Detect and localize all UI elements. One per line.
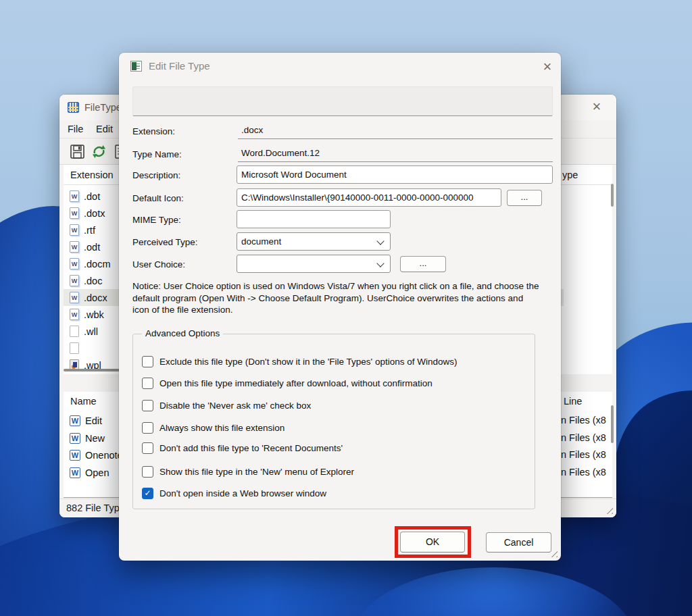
default-icon-field[interactable]: C:\Windows\Installer\{90140000-0011-0000… xyxy=(237,188,501,207)
extension-label: .wll xyxy=(84,326,98,337)
perceived-type-dropdown[interactable]: document xyxy=(237,232,391,251)
checkbox-row[interactable]: Open this file type immediately after do… xyxy=(142,376,432,390)
browse-user-choice-button[interactable]: ... xyxy=(400,256,446,272)
word-document-icon xyxy=(70,258,79,270)
advanced-options-legend: Advanced Options xyxy=(142,328,223,338)
extension-label: .docm xyxy=(84,259,111,270)
blank-page-icon xyxy=(70,326,79,337)
commandline-cell-fragment: n Files (x8 xyxy=(561,430,606,446)
user-choice-dropdown[interactable] xyxy=(237,255,391,273)
checkbox-label: Exclude this file type (Don't show it in… xyxy=(159,357,457,367)
extension-label: .odt xyxy=(84,242,100,253)
action-label: New xyxy=(85,433,105,444)
checkbox-label: Show this file type in the 'New' menu of… xyxy=(159,467,354,477)
checkbox-unchecked[interactable] xyxy=(142,442,153,454)
commandline-cell-fragment: n Files (x8 xyxy=(561,446,606,463)
word-document-icon xyxy=(70,275,79,286)
extension-label: .wbk xyxy=(84,309,104,320)
column-header-name[interactable]: Name xyxy=(70,392,97,411)
dialog-title: Edit File Type xyxy=(149,53,210,80)
desktop: FileTypesMan File Edit Extension ype .do… xyxy=(0,0,692,616)
description-field[interactable]: Microsoft Word Document xyxy=(237,165,553,184)
refresh-icon[interactable] xyxy=(90,143,108,161)
user-choice-label: User Choice: xyxy=(132,259,234,270)
checkbox-unchecked[interactable] xyxy=(142,422,153,434)
checkbox-row[interactable]: Always show this file extension xyxy=(142,421,285,434)
word-document-icon xyxy=(70,224,79,236)
word-document-icon xyxy=(70,241,79,253)
word-document-icon xyxy=(70,207,79,219)
column-header-type-fragment[interactable]: ype xyxy=(562,165,578,185)
edit-file-type-dialog: Edit File Type Extension: Type Name: Des… xyxy=(119,53,561,561)
checkbox-row[interactable]: Don't add this file type to 'Recent Docu… xyxy=(142,441,343,455)
extension-label: .dotx xyxy=(84,208,105,219)
word-document-icon xyxy=(70,190,79,202)
checkbox-checked[interactable] xyxy=(142,488,153,499)
perceived-type-label: Perceived Type: xyxy=(132,237,234,247)
checkbox-label: Don't add this file type to 'Recent Docu… xyxy=(159,443,343,453)
dialog-titlebar[interactable]: Edit File Type xyxy=(119,53,561,80)
checkbox-label: Always show this file extension xyxy=(159,423,285,433)
checkbox-label: Open this file type immediately after do… xyxy=(159,378,432,388)
close-icon[interactable] xyxy=(538,58,557,76)
action-label: Onenote xyxy=(85,450,123,461)
word-document-icon xyxy=(70,292,79,303)
action-label: Open xyxy=(85,467,109,478)
chevron-down-icon xyxy=(376,237,384,245)
word-app-icon xyxy=(70,415,80,426)
type-name-label: Type Name: xyxy=(132,149,234,159)
commandline-cell-fragment: n Files (x8 xyxy=(561,412,606,429)
checkbox-row[interactable]: Don't open inside a Web browser window xyxy=(142,486,326,500)
checkbox-row[interactable]: Exclude this file type (Don't show it in… xyxy=(142,355,457,368)
extension-field[interactable]: .docx xyxy=(238,121,553,139)
word-document-icon xyxy=(70,309,79,320)
mime-type-field[interactable] xyxy=(237,210,391,228)
extension-label: .dot xyxy=(84,191,100,202)
column-header-extension[interactable]: Extension xyxy=(70,165,114,185)
vertical-scrollbar[interactable] xyxy=(611,184,614,207)
blank-page-icon xyxy=(70,342,79,354)
mime-type-label: MIME Type: xyxy=(132,215,234,225)
vertical-scrollbar[interactable] xyxy=(611,405,614,443)
checkbox-unchecked[interactable] xyxy=(142,400,153,411)
menu-file[interactable]: File xyxy=(68,120,83,138)
ok-button[interactable]: OK xyxy=(400,532,465,553)
extension-label: .docx xyxy=(84,292,107,303)
dialog-icon xyxy=(130,61,142,72)
perceived-type-value: document xyxy=(241,236,281,247)
save-icon[interactable] xyxy=(68,143,86,161)
checkbox-row[interactable]: Disable the 'Never ask me' check box xyxy=(142,399,311,412)
word-app-icon xyxy=(70,433,80,444)
word-app-icon xyxy=(70,467,80,478)
checkbox-label: Disable the 'Never ask me' check box xyxy=(159,401,311,411)
column-header-commandline-fragment[interactable]: Line xyxy=(564,392,582,411)
menu-edit[interactable]: Edit xyxy=(96,120,113,138)
extension-label: .doc xyxy=(84,276,102,286)
word-app-icon xyxy=(70,450,80,461)
default-icon-label: Default Icon: xyxy=(132,193,234,203)
description-label: Description: xyxy=(132,170,234,180)
app-icon xyxy=(68,102,79,113)
notice-text: Notice: User Choice option is used on Wi… xyxy=(132,280,539,316)
browse-default-icon-button[interactable]: ... xyxy=(507,190,542,206)
checkbox-row[interactable]: Show this file type in the 'New' menu of… xyxy=(142,465,354,478)
close-icon[interactable] xyxy=(587,98,607,117)
checkbox-unchecked[interactable] xyxy=(142,356,153,367)
chevron-down-icon xyxy=(376,259,384,267)
checkbox-unchecked[interactable] xyxy=(142,466,153,478)
empty-header-field xyxy=(132,86,553,116)
type-name-field[interactable]: Word.Document.12 xyxy=(238,144,553,162)
cancel-button[interactable]: Cancel xyxy=(486,532,551,553)
action-label: Edit xyxy=(85,415,102,426)
extension-label: Extension: xyxy=(132,126,234,136)
commandline-cell-fragment: n Files (x8 xyxy=(561,464,606,481)
extension-label: .rtf xyxy=(84,225,95,236)
checkbox-label: Don't open inside a Web browser window xyxy=(159,488,326,498)
checkbox-unchecked[interactable] xyxy=(142,378,153,389)
